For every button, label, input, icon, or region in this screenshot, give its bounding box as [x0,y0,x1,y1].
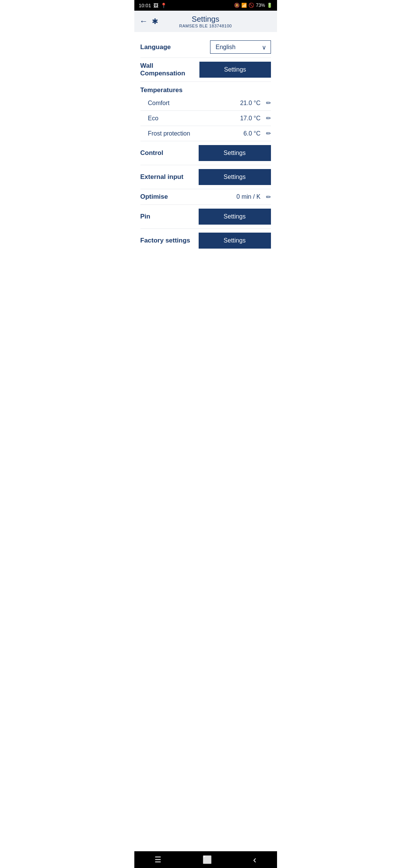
time: 10:01 [139,3,151,8]
frost-protection-edit-icon[interactable]: ✏ [266,130,271,137]
wall-compensation-settings-button[interactable]: Settings [199,62,271,78]
external-input-row: External input Settings [140,165,271,189]
wall-compensation-row: Wall Compensation Settings [140,58,271,82]
photo-icon: 🖼 [153,3,158,8]
comfort-value: 21.0 °C [240,100,261,107]
wall-compensation-label: Wall Compensation [140,62,199,77]
app-bar: ← ✱ Settings RAMSES BLE 183748100 [134,11,277,32]
page-title: Settings [179,15,232,24]
no-icon: 🚫 [249,3,254,8]
factory-settings-row: Factory settings Settings [140,229,271,252]
comfort-right: 21.0 °C ✏ [240,99,271,107]
pin-row: Pin Settings [140,205,271,229]
back-nav-button[interactable]: ‹ [253,854,256,866]
control-label: Control [140,149,163,157]
content: Language English Deutsch Français Españo… [134,32,277,851]
frost-protection-value: 6.0 °C [244,130,261,137]
comfort-row: Comfort 21.0 °C ✏ [140,96,271,111]
factory-settings-label: Factory settings [140,237,190,244]
location-icon: 📍 [161,3,167,8]
device-subtitle: RAMSES BLE 183748100 [179,24,232,28]
optimise-row: Optimise 0 min / K ✏ [140,189,271,205]
frost-protection-label: Frost protection [148,130,190,137]
eco-edit-icon[interactable]: ✏ [266,115,271,122]
eco-value: 17.0 °C [240,115,261,122]
bottom-nav: ☰ ⬜ ‹ [134,851,277,868]
battery-text: 73% [256,3,265,8]
mute-icon: 🔕 [234,3,240,8]
optimise-value-group: 0 min / K ✏ [236,193,271,201]
wifi-icon: 📶 [241,3,247,8]
battery-icon: 🔋 [267,3,272,8]
optimise-edit-icon[interactable]: ✏ [266,193,271,201]
control-settings-button[interactable]: Settings [199,145,271,161]
language-select[interactable]: English Deutsch Français Español [210,40,271,54]
language-label: Language [140,43,171,51]
optimise-value: 0 min / K [236,193,260,200]
temperatures-heading: Temperatures [140,82,271,96]
optimise-label: Optimise [140,193,168,201]
eco-label: Eco [148,115,159,122]
external-input-settings-button[interactable]: Settings [199,169,271,185]
comfort-label: Comfort [148,100,170,107]
home-nav-button[interactable]: ⬜ [202,855,212,864]
external-input-label: External input [140,173,183,181]
menu-nav-button[interactable]: ☰ [155,855,161,864]
language-dropdown-wrapper: English Deutsch Français Español [210,40,271,54]
status-right: 🔕 📶 🚫 73% 🔋 [234,3,272,8]
pin-settings-button[interactable]: Settings [199,209,271,225]
eco-row: Eco 17.0 °C ✏ [140,111,271,126]
frost-protection-row: Frost protection 6.0 °C ✏ [140,126,271,141]
language-row: Language English Deutsch Français Españo… [140,37,271,58]
title-group: Settings RAMSES BLE 183748100 [179,15,232,28]
bluetooth-icon[interactable]: ✱ [152,17,158,26]
comfort-edit-icon[interactable]: ✏ [266,99,271,107]
eco-right: 17.0 °C ✏ [240,115,271,122]
back-button[interactable]: ← [140,16,148,26]
pin-label: Pin [140,213,150,220]
control-row: Control Settings [140,141,271,165]
status-left: 10:01 🖼 📍 [139,3,167,8]
frost-protection-right: 6.0 °C ✏ [244,130,271,137]
factory-settings-button[interactable]: Settings [199,233,271,249]
status-bar: 10:01 🖼 📍 🔕 📶 🚫 73% 🔋 [134,0,277,11]
